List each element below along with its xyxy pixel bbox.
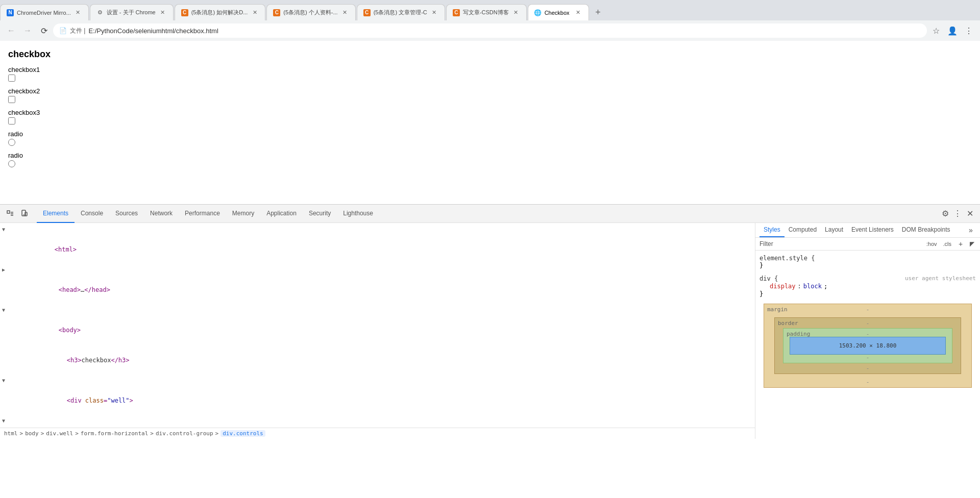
tab-title-4: (5条消息) 个人资料-... (283, 9, 337, 16)
devtools-panel: Elements Console Sources Network Perform… (0, 204, 980, 439)
box-border: border - padding - 1503.200 × 18.800 - (774, 317, 961, 374)
tab-memory[interactable]: Memory (226, 205, 260, 223)
menu-button[interactable]: ⋮ (962, 23, 976, 38)
styles-filter-input[interactable] (776, 240, 921, 247)
filter-hov[interactable]: :hov (924, 240, 939, 247)
checkbox-item-2: checkbox2 (8, 87, 972, 105)
filter-add-rule[interactable]: + (957, 240, 965, 248)
styles-tab-computed[interactable]: Computed (785, 223, 821, 237)
styles-tab-styles[interactable]: Styles (760, 223, 785, 237)
bookmark-button[interactable]: ☆ (929, 23, 943, 38)
tab-favicon-6: C (453, 9, 460, 16)
breadcrumb-body[interactable]: body (25, 430, 39, 437)
tab-application[interactable]: Application (260, 205, 303, 223)
radio-item-2: radio (8, 152, 972, 169)
tab-2[interactable]: ⚙ 设置 - 关于 Chrome ✕ (90, 4, 174, 20)
radio2-input[interactable] (8, 160, 15, 167)
css-origin-useragent: user agent stylesheet (905, 275, 976, 282)
radio1-input[interactable] (8, 139, 15, 146)
radio2-label: radio (8, 152, 972, 159)
devtools-settings-button[interactable]: ⚙ (939, 208, 951, 220)
dom-line-html[interactable]: ▼ <html> (0, 225, 755, 265)
styles-tab-more[interactable]: » (966, 223, 976, 237)
devtools-close-button[interactable]: ✕ (964, 208, 976, 220)
tab-console[interactable]: Console (75, 205, 109, 223)
checkbox2-input[interactable] (8, 96, 15, 103)
styles-tab-dombreakpoints[interactable]: DOM Breakpoints (898, 223, 954, 237)
tab-close-4[interactable]: ✕ (341, 9, 349, 17)
dom-line-head[interactable]: ▶ <head>…</head> (0, 265, 755, 306)
tab-performance[interactable]: Performance (179, 205, 226, 223)
box-padding-bottom: - (866, 354, 870, 361)
devtools-device-mode[interactable] (18, 208, 31, 220)
tab-favicon-1: N (7, 9, 14, 16)
box-margin: margin - border - padding - 1503.200 × 1… (764, 304, 972, 388)
tab-close-1[interactable]: ✕ (74, 9, 82, 17)
tab-security[interactable]: Security (303, 205, 337, 223)
breadcrumb-html[interactable]: html (4, 430, 18, 437)
dom-content[interactable]: ▼ <html> ▶ <head>…</head> ▼ <body> (0, 223, 755, 428)
box-padding: padding - 1503.200 × 18.800 - (783, 328, 952, 363)
refresh-button[interactable]: ⟳ (37, 23, 51, 38)
forward-button[interactable]: → (20, 23, 35, 38)
back-button[interactable]: ← (4, 23, 18, 38)
breadcrumb-controls[interactable]: div.controls (220, 430, 265, 437)
expand-body[interactable]: ▼ (2, 306, 5, 314)
dom-breadcrumb: html > body > div.well > form.form-horiz… (0, 428, 755, 439)
box-padding-top: - (866, 331, 870, 337)
tab-close-2[interactable]: ✕ (159, 9, 167, 17)
tab-title-1: ChromeDriver Mirro... (17, 10, 71, 16)
tab-close-7[interactable]: ✕ (574, 9, 582, 17)
devtools-more-button[interactable]: ⋮ (951, 208, 964, 220)
tab-4[interactable]: C (5条消息) 个人资料-... ✕ (266, 4, 355, 20)
toolbar: ← → ⟳ 📄 文件 | ☆ 👤 ⋮ (0, 20, 980, 41)
tab-6[interactable]: C 写文章-CSDN博客 ✕ (446, 4, 527, 20)
filter-resize[interactable]: ◤ (968, 240, 976, 248)
devtools-tab-bar: Elements Console Sources Network Perform… (0, 205, 980, 223)
tab-5[interactable]: C (5条消息) 文章管理-C ✕ (357, 4, 445, 20)
page-viewport: checkbox checkbox1 checkbox2 checkbox3 r… (0, 41, 980, 204)
address-protocol: 文件 | (70, 27, 85, 35)
styles-content: element.style { } div { user agent style… (755, 251, 980, 439)
breadcrumb-controlgroup[interactable]: div.control-group (156, 430, 213, 437)
tab-elements[interactable]: Elements (37, 205, 75, 223)
tab-sources[interactable]: Sources (109, 205, 144, 223)
address-input[interactable] (88, 27, 921, 35)
tab-network[interactable]: Network (144, 205, 179, 223)
tab-close-6[interactable]: ✕ (512, 9, 520, 17)
filter-cls[interactable]: .cls (941, 240, 954, 247)
dom-line-form[interactable]: ▼ <form class="form-horizontal"> (0, 416, 755, 428)
checkbox3-input[interactable] (8, 117, 15, 124)
profile-button[interactable]: 👤 (945, 23, 960, 38)
expand-html[interactable]: ▼ (2, 226, 5, 234)
dom-line-divwell[interactable]: ▼ <div class="well"> (0, 376, 755, 416)
tab-title-7: Checkbox (545, 10, 571, 16)
radio1-label: radio (8, 130, 972, 138)
address-bar[interactable]: 📄 文件 | (53, 23, 927, 38)
breadcrumb-divwell[interactable]: div.well (46, 430, 73, 437)
expand-form[interactable]: ▼ (2, 417, 5, 425)
tab-7[interactable]: 🌐 Checkbox ✕ (528, 4, 589, 20)
tab-3[interactable]: C (5条消息) 如何解决D... ✕ (175, 4, 266, 20)
dom-line-body[interactable]: ▼ <body> (0, 306, 755, 346)
css-rule-div: div { user agent stylesheet display : bl… (760, 275, 976, 297)
styles-tab-layout[interactable]: Layout (821, 223, 847, 237)
tab-lighthouse[interactable]: Lighthouse (337, 205, 379, 223)
css-selector-element: element.style { (760, 255, 976, 262)
css-rule-div-close: } (760, 290, 976, 297)
expand-head[interactable]: ▶ (2, 266, 5, 274)
new-tab-button[interactable]: + (590, 4, 606, 20)
tab-close-5[interactable]: ✕ (430, 9, 438, 17)
page-title: checkbox (8, 49, 972, 60)
svg-rect-5 (25, 212, 27, 216)
styles-panel: Styles Computed Layout Event Listeners D… (755, 223, 980, 439)
styles-tab-eventlisteners[interactable]: Event Listeners (847, 223, 898, 237)
devtools-element-picker[interactable] (4, 208, 16, 220)
checkbox1-label: checkbox1 (8, 66, 972, 73)
tab-1[interactable]: N ChromeDriver Mirro... ✕ (0, 4, 89, 20)
breadcrumb-form[interactable]: form.form-horizontal (81, 430, 148, 437)
expand-divwell[interactable]: ▼ (2, 377, 5, 385)
dom-line-h3[interactable]: <h3>checkbox</h3> (0, 345, 755, 376)
tab-close-3[interactable]: ✕ (251, 9, 259, 17)
checkbox1-input[interactable] (8, 74, 15, 82)
